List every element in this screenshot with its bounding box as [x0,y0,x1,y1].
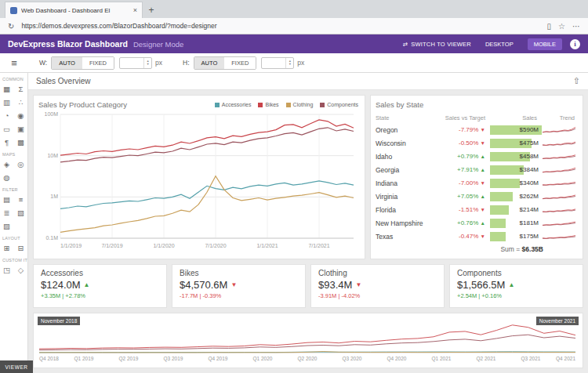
menu-icon[interactable]: ≡ [0,57,28,69]
desktop-button[interactable]: DESKTOP [479,38,520,50]
more-icon[interactable]: ⋯ [572,22,580,31]
svg-text:7/1/2020: 7/1/2020 [205,243,226,248]
svg-text:Q4 2019: Q4 2019 [209,356,228,362]
down-triangle-icon: ▼ [481,180,485,186]
svg-text:Q1 2020: Q1 2020 [253,356,273,362]
summary-card-value: $93.4M [318,279,352,291]
table-row[interactable]: Oregon-7.79% ▼$590M [376,123,578,136]
table-footer: Sum = $6.35B [376,245,578,253]
state-name: Florida [376,206,441,214]
mobile-button[interactable]: MOBILE [528,38,562,50]
tree-view-icon[interactable]: ≣ [1,207,13,219]
sales-bar [490,205,509,215]
table-row[interactable]: Virginia+7.05% ▲$262M [376,190,578,203]
summary-card-components[interactable]: Components$1,566.5M▲+2.54M | +0.16% [449,264,583,308]
spin-down-icon[interactable]: ▾ [289,63,291,66]
url-text[interactable]: https://demos.devexpress.com/BlazorDashb… [21,22,539,30]
height-input[interactable] [262,58,285,68]
sales-by-category-card[interactable]: Sales by Product Category AccessoriesBik… [33,95,365,259]
height-fixed-button[interactable]: FIXED [224,57,256,69]
trend-cell [542,165,576,175]
spin-down-icon[interactable]: ▾ [147,63,148,66]
reading-view-icon[interactable]: ▯ [547,22,552,31]
sales-value: $262M [520,192,539,201]
list-box-icon[interactable]: ≡ [15,194,27,205]
date-filter-icon[interactable]: ▧ [15,207,27,219]
favorites-icon[interactable]: ☆ [558,22,565,31]
grid-icon[interactable]: ▦ [1,83,13,95]
browser-tab[interactable]: Web Dashboard - Dashboard El × [5,2,143,18]
group-icon[interactable]: ⊞ [1,242,13,254]
legend-swatch [320,103,325,107]
table-row[interactable]: Texas-0.47% ▼$175M [376,230,578,243]
legend-item-clothing[interactable]: Clothing [286,102,314,107]
new-tab-button[interactable]: + [143,2,160,18]
svg-text:Q4 2020: Q4 2020 [387,356,407,362]
legend-label: Accessories [222,102,252,107]
table-row[interactable]: Wisconsin-0.50% ▼$475M [376,136,578,150]
width-input-group: ▴ ▾ [119,57,152,69]
range-chart[interactable]: Q4 2018Q1 2019Q2 2019Q3 2019Q4 2019Q1 20… [36,316,579,363]
switch-to-viewer-button[interactable]: ⇄ SWITCH TO VIEWER [403,41,471,48]
state-name: Oregon [376,126,441,134]
range-selector-card[interactable]: November 2018 November 2021 Q4 2018Q1 20… [33,313,583,368]
sales-bar [490,219,506,228]
legend-item-components[interactable]: Components [320,102,358,107]
column-header[interactable]: Trend [542,114,576,121]
text-box-icon[interactable]: ¶ [1,136,13,148]
legend-item-bikes[interactable]: Bikes [258,102,278,107]
sales-vs-target-value: +7.91% ▲ [441,166,490,173]
gauge-icon[interactable]: ◉ [15,110,27,121]
summary-card-clothing[interactable]: Clothing$93.4M▼-3.91M | -4.02% [310,264,445,308]
table-row[interactable]: Georgia+7.91% ▲$384M [376,163,578,176]
footer-label: Sum = [500,245,521,253]
tab-container-icon[interactable]: ⊟ [15,242,27,254]
summary-card-bikes[interactable]: Bikes$4,570.6M▼-17.7M | -0.39% [172,264,306,308]
sales-value: $590M [520,125,539,135]
info-icon[interactable]: i [570,39,580,49]
combo-box-icon[interactable]: ▤ [1,194,13,205]
app-mode-label: Designer Mode [133,40,183,49]
table-row[interactable]: Indiana-7.00% ▼$340M [376,176,578,190]
viewer-badge[interactable]: VIEWER [0,360,33,373]
webpage-icon[interactable]: ◳ [1,264,13,276]
refresh-icon[interactable]: ↻ [8,22,14,31]
sales-cell: $384M [490,165,542,175]
card-icon[interactable]: ▭ [1,123,13,135]
summary-card-value-row: $1,566.5M▲ [457,279,575,291]
legend-item-accessories[interactable]: Accessories [215,102,252,107]
chart-icon[interactable]: ▥ [1,96,13,108]
custom-item-icon[interactable]: ◇ [15,264,27,276]
summary-card-title: Clothing [318,269,437,277]
pie-icon[interactable]: ◔ [1,110,13,121]
table-row[interactable]: Idaho+0.79% ▲$458M [376,150,578,163]
column-header[interactable]: Sales [490,114,542,121]
choropleth-map-icon[interactable]: ◈ [1,158,13,170]
image-icon[interactable]: ▣ [15,123,27,135]
sales-value: $458M [520,152,539,161]
column-header[interactable]: Sales vs Target [441,114,490,121]
range-start-badge[interactable]: November 2018 [38,317,80,325]
width-auto-button[interactable]: AUTO [52,57,82,69]
width-fixed-button[interactable]: FIXED [82,57,114,69]
export-icon[interactable]: ⇧ [573,76,580,86]
state-name: Virginia [376,193,441,201]
treemap-icon[interactable]: ▩ [15,136,27,148]
bubble-map-icon[interactable]: ◍ [1,172,13,183]
svg-text:7/1/2019: 7/1/2019 [101,243,122,248]
svg-text:Q1 2021: Q1 2021 [432,356,452,362]
sales-by-state-card[interactable]: Sales by State StateSales vs TargetSales… [370,95,583,259]
height-auto-button[interactable]: AUTO [194,57,225,69]
tab-close-icon[interactable]: × [133,6,137,14]
pivot-icon[interactable]: Σ [15,83,27,95]
scatter-chart-icon[interactable]: ∴ [15,96,27,108]
table-row[interactable]: New Hampshire+0.76% ▲$181M [376,216,578,230]
range-filter-icon[interactable]: ▨ [1,220,13,232]
table-row[interactable]: Florida-1.51% ▼$214M [376,203,578,216]
switch-icon: ⇄ [403,41,408,48]
geo-point-map-icon[interactable]: ◎ [15,158,27,170]
width-input[interactable] [120,58,143,68]
column-header[interactable]: State [376,114,441,121]
summary-card-accessories[interactable]: Accessories$124.0M▲+3.35M | +2.78% [33,264,167,308]
range-end-badge[interactable]: November 2021 [536,317,579,325]
